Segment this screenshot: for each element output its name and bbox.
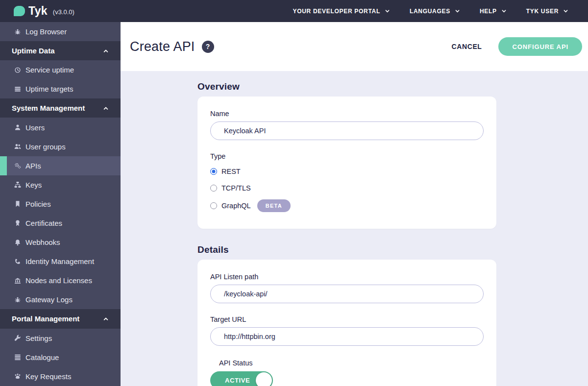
- certificate-icon: [14, 219, 21, 227]
- radio-option-graphql[interactable]: GraphQL BETA: [210, 199, 484, 212]
- create-api-form: Overview Name Type REST TCP/TLS GraphQL …: [121, 71, 588, 386]
- tyk-brand[interactable]: Tyk (v3.0.0): [14, 4, 74, 18]
- page-title: Create API: [130, 39, 195, 54]
- configure-api-button[interactable]: CONFIGURE API: [498, 37, 582, 56]
- sidebar-item-label: Nodes and Licenses: [25, 276, 92, 285]
- target-url-input[interactable]: [210, 327, 484, 346]
- table-icon: [14, 85, 21, 93]
- chevron-down-icon: [385, 8, 390, 14]
- brand-name: Tyk: [28, 4, 48, 18]
- bug-icon: [14, 28, 21, 35]
- sidebar-item-identity-management[interactable]: Identity Management: [0, 252, 121, 271]
- cogs-icon: [14, 162, 21, 169]
- overview-heading: Overview: [197, 81, 588, 92]
- chevron-up-icon: [103, 105, 109, 111]
- sidebar-item-label: Key Requests: [25, 372, 71, 381]
- sidebar-item-key-requests[interactable]: Key Requests: [0, 367, 121, 386]
- sidebar-item-label: Identity Management: [25, 257, 94, 265]
- sidebar-section-uptime-data[interactable]: Uptime Data: [0, 41, 121, 60]
- bug-icon: [14, 296, 21, 303]
- type-label: Type: [210, 152, 484, 160]
- radio-option-tcp-tls[interactable]: TCP/TLS: [210, 183, 484, 193]
- sidebar-item-label: Keys: [25, 181, 42, 189]
- sidebar-item-certificates[interactable]: Certificates: [0, 214, 121, 233]
- sidebar-item-catalogue[interactable]: Catalogue: [0, 348, 121, 367]
- sidebar-item-service-uptime[interactable]: Service uptime: [0, 60, 121, 79]
- overview-card: Name Type REST TCP/TLS GraphQL BETA: [197, 96, 496, 229]
- sidebar-item-gateway-logs[interactable]: Gateway Logs: [0, 290, 121, 309]
- sidebar-item-label: APIs: [25, 162, 41, 170]
- sidebar-section-portal-management[interactable]: Portal Management: [0, 309, 121, 328]
- user-group-icon: [14, 143, 21, 150]
- cancel-button[interactable]: CANCEL: [452, 43, 482, 50]
- details-card: API Listen path Target URL API Status AC…: [197, 260, 496, 386]
- radio-label: REST: [221, 168, 241, 175]
- beta-badge: BETA: [257, 199, 291, 212]
- sidebar-item-label: Service uptime: [25, 66, 74, 74]
- phone-icon: [14, 258, 21, 265]
- menu-label: HELP: [480, 8, 497, 15]
- chevron-down-icon: [501, 8, 507, 14]
- page-header: Create API ? CANCEL CONFIGURE API: [121, 22, 588, 71]
- wrench-icon: [14, 335, 21, 342]
- chevron-down-icon: [455, 8, 460, 14]
- chevron-up-icon: [103, 48, 109, 54]
- sidebar-item-log-browser[interactable]: Log Browser: [0, 22, 121, 41]
- chevron-down-icon: [563, 8, 568, 14]
- sidebar-item-label: Catalogue: [25, 353, 59, 362]
- sidebar-section-label: Uptime Data: [12, 47, 55, 55]
- help-icon[interactable]: ?: [202, 41, 214, 53]
- sidebar-item-label: Certificates: [25, 219, 62, 227]
- radio-label: GraphQL: [221, 202, 251, 210]
- list-icon: [14, 354, 21, 361]
- name-input[interactable]: [210, 121, 484, 140]
- menu-developer-portal[interactable]: YOUR DEVELOPER PORTAL: [293, 8, 390, 15]
- sidebar-item-nodes-and-licenses[interactable]: Nodes and Licenses: [0, 271, 121, 290]
- uptime-clock-icon: [14, 66, 21, 73]
- sidebar-item-label: Settings: [25, 334, 52, 342]
- top-navbar: Tyk (v3.0.0) YOUR DEVELOPER PORTAL LANGU…: [0, 0, 588, 22]
- menu-label: YOUR DEVELOPER PORTAL: [293, 8, 380, 15]
- sidebar-item-label: Gateway Logs: [25, 295, 73, 304]
- sidebar-item-label: Users: [25, 123, 45, 132]
- navbar-menu: YOUR DEVELOPER PORTAL LANGUAGES HELP TYK…: [293, 8, 568, 15]
- sidebar-item-label: Log Browser: [25, 27, 67, 36]
- radio-option-rest[interactable]: REST: [210, 166, 484, 177]
- name-label: Name: [210, 110, 484, 118]
- sidebar-item-keys[interactable]: Keys: [0, 175, 121, 194]
- brand-version: (v3.0.0): [53, 8, 74, 16]
- sidebar-section-label: Portal Management: [12, 314, 79, 323]
- radio-button-icon: [210, 185, 217, 192]
- listen-path-label: API Listen path: [210, 273, 484, 281]
- chevron-up-icon: [103, 316, 109, 322]
- menu-tyk-user[interactable]: TYK USER: [526, 8, 568, 15]
- sidebar-item-users[interactable]: Users: [0, 118, 121, 137]
- sidebar-item-webhooks[interactable]: Webhooks: [0, 233, 121, 252]
- sidebar-item-label: Webhooks: [25, 238, 60, 246]
- menu-languages[interactable]: LANGUAGES: [410, 8, 460, 15]
- details-heading: Details: [197, 244, 588, 255]
- menu-label: TYK USER: [526, 8, 559, 15]
- radio-button-icon: [210, 168, 217, 175]
- radio-button-icon: [210, 202, 217, 209]
- sidebar-item-apis[interactable]: APIs: [0, 156, 121, 175]
- menu-help[interactable]: HELP: [480, 8, 507, 15]
- listen-path-input[interactable]: [210, 285, 484, 303]
- bell-icon: [14, 239, 21, 246]
- api-status-toggle[interactable]: ACTIVE: [210, 371, 273, 386]
- sitemap-icon: [14, 181, 21, 189]
- sidebar-nav: Log Browser Uptime Data Service uptime U…: [0, 22, 121, 386]
- tyk-logo-icon: [14, 6, 25, 16]
- sidebar-item-label: Uptime targets: [25, 85, 74, 93]
- sidebar-section-system-management[interactable]: System Management: [0, 98, 121, 118]
- sidebar-item-user-groups[interactable]: User groups: [0, 137, 121, 156]
- sidebar-item-settings[interactable]: Settings: [0, 329, 121, 348]
- sidebar-section-label: System Management: [12, 104, 85, 112]
- bookmark-icon: [14, 200, 21, 208]
- bank-icon: [14, 277, 21, 284]
- sidebar-item-policies[interactable]: Policies: [0, 194, 121, 214]
- sidebar-item-uptime-targets[interactable]: Uptime targets: [0, 79, 121, 98]
- radio-label: TCP/TLS: [221, 184, 251, 192]
- api-status-label: API Status: [219, 359, 484, 367]
- target-url-label: Target URL: [210, 315, 484, 323]
